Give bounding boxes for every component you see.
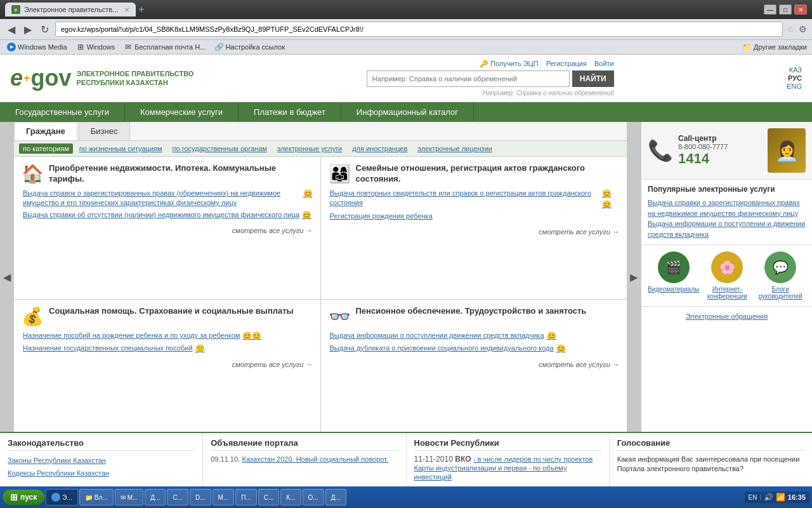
footer-codes-link[interactable]: Кодексы Республики Казахстан [8, 467, 195, 480]
forward-button[interactable]: ▶ [22, 22, 34, 37]
logo-e: e [10, 65, 23, 91]
service-cell-pension: 👓 Пенсионное обеспечение. Трудоустройств… [321, 300, 627, 432]
taskbar-item-10[interactable]: О... [303, 489, 324, 505]
maximize-button[interactable]: □ [779, 4, 792, 15]
lang-rus[interactable]: РУС [788, 74, 802, 82]
sub-tab-electronic-services[interactable]: электронные услуги [273, 144, 346, 154]
tab-business[interactable]: Бизнес [79, 122, 130, 140]
carousel-left-arrow[interactable]: ◀ [0, 122, 14, 432]
sub-tab-foreigners[interactable]: для иностранцев [348, 144, 411, 154]
electronic-appeals-link[interactable]: Электронные обращения [686, 312, 768, 320]
service-header-social: 💰 Социальная помощь. Страхование и социа… [22, 306, 313, 327]
internet-conferences-item[interactable]: 🌸 Интернет-конференции [699, 251, 755, 300]
nav-info-catalog[interactable]: Информационный каталог [341, 102, 474, 122]
browser-tab[interactable]: e Электронное правительств... ✕ [5, 3, 136, 17]
back-button[interactable]: ◀ [5, 22, 18, 37]
electronic-appeals: Электронные обращения [641, 307, 812, 326]
video-materials-label: Видеоматериалы [648, 286, 699, 293]
nav-state-services[interactable]: Государственные услуги [0, 102, 125, 122]
taskbar-item-6[interactable]: М... [213, 489, 235, 505]
popular-link-1[interactable]: Выдача справки о зарегистрированных прав… [648, 197, 806, 218]
real-estate-link-2[interactable]: Выдача справки об отсутствии (наличии) н… [23, 210, 313, 221]
taskbar-item-8[interactable]: С... [258, 489, 280, 505]
register-link[interactable]: Регистрация [546, 60, 587, 68]
start-icon: ⊞ [10, 492, 18, 502]
sub-tab-electronic-licenses[interactable]: электронные лицензии [414, 144, 496, 154]
nav-commercial-services[interactable]: Коммерческие услуги [125, 102, 239, 122]
footer-announcement-link[interactable]: Казахстан 2020. Новый социальный поворот… [242, 455, 388, 463]
new-tab-button[interactable]: + [138, 4, 144, 15]
search-input[interactable] [367, 70, 570, 87]
footer-legislation: Законодательство Законы Республики Казах… [0, 433, 203, 486]
social-link-2[interactable]: Назначение государственных специальных п… [23, 344, 313, 354]
bookmark-windows-media[interactable]: ▶ Windows Media [5, 42, 69, 52]
bookmarks-bar: ▶ Windows Media ⊞ Windows ✉ Бесплатная п… [0, 40, 812, 55]
browser-taskbar-icon [51, 493, 60, 502]
call-center-number: 1414 [678, 150, 763, 167]
taskbar-item-mail[interactable]: ✉ М... [115, 489, 144, 505]
family-link-2[interactable]: Регистрация рождения ребенка [330, 211, 620, 221]
bookmark-windows[interactable]: ⊞ Windows [74, 42, 117, 52]
bookmarks-other[interactable]: 📁 Другие закладки [742, 43, 807, 51]
real-estate-see-all[interactable]: смотреть все услуги → [22, 224, 313, 237]
bookmark-mail[interactable]: ✉ Бесплатная почта Н... [122, 42, 207, 52]
lang-eng[interactable]: ENG [787, 83, 802, 90]
tray-sound-icon: 🔊 [764, 493, 773, 502]
nav-budget-payments[interactable]: Платежи в бюджет [239, 102, 341, 122]
close-button[interactable]: ✕ [794, 4, 807, 15]
tab-close-icon[interactable]: ✕ [124, 6, 129, 13]
taskbar-item-folder[interactable]: 📁 Вл... [79, 489, 114, 505]
footer-news-date: 11-11-2010 [414, 455, 453, 464]
search-button[interactable]: НАЙТИ [572, 70, 614, 87]
pension-link-1[interactable]: Выдача информации о поступлении движении… [330, 331, 620, 342]
family-see-all[interactable]: смотреть все услуги → [329, 225, 620, 238]
taskbar-item-browser[interactable]: Э... [46, 489, 78, 505]
taskbar-item-9[interactable]: К... [280, 489, 301, 505]
browser-frame: e Электронное правительств... ✕ + — □ ✕ … [0, 0, 812, 508]
get-ecp-link[interactable]: 🔑 Получить ЭЦП [480, 60, 538, 68]
bookmark-star-icon[interactable]: ☆ [787, 24, 795, 34]
taskbar-item-3[interactable]: Д... [145, 489, 166, 505]
main-navigation: Государственные услуги Коммерческие услу… [0, 102, 812, 122]
taskbar-item-11[interactable]: Д... [325, 489, 346, 505]
popular-link-2[interactable]: Выдача информации о поступлении и движен… [648, 218, 806, 239]
pension-links: Выдача информации о поступлении движении… [329, 331, 620, 354]
taskbar-item-4[interactable]: С... [167, 489, 188, 505]
mail-icon: ✉ [124, 43, 133, 51]
tab-citizens[interactable]: Граждане [14, 122, 77, 140]
title-bar-left: e Электронное правительств... ✕ + [5, 3, 145, 17]
call-center-operator-image: 👩‍💼 [768, 128, 806, 173]
social-link-1[interactable]: Назначение пособий на рождение ребенка и… [23, 331, 313, 342]
footer-laws-link[interactable]: Законы Республики Казахстан [8, 455, 195, 467]
tray-lang[interactable]: EN [749, 494, 757, 501]
sub-tab-state-bodies[interactable]: по государственным органам [169, 144, 271, 154]
wrench-icon[interactable]: ⚙ [799, 24, 807, 34]
minimize-button[interactable]: — [764, 4, 776, 15]
start-button[interactable]: ⊞ пуск [3, 490, 44, 505]
service-header-real-estate: 🏠 Приобретение недвижимости. Ипотека. Ко… [22, 163, 313, 185]
title-bar: e Электронное правительств... ✕ + — □ ✕ [0, 0, 812, 19]
service-cell-social: 💰 Социальная помощь. Страхование и социа… [14, 300, 320, 432]
video-materials-item[interactable]: 🎬 Видеоматериалы [648, 251, 699, 300]
call-center-box: 📞 Call-центр 8-800-080-7777 1414 👩‍💼 [641, 122, 812, 180]
pension-link-2[interactable]: Выдача дубликата о присвоении социальног… [330, 344, 620, 354]
real-estate-link-1[interactable]: Выдача справок о зарегистрированных прав… [23, 189, 313, 208]
sub-tab-life-situations[interactable]: по жизненным ситуациям [75, 144, 166, 154]
bookmark-windows-label: Windows [87, 43, 115, 51]
logo-text: ЭЛЕКТРОННОЕ ПРАВИТЕЛЬСТВО РЕСПУБЛИКИ КАЗ… [77, 69, 194, 88]
pension-see-all[interactable]: смотреть все услуги → [329, 358, 620, 371]
bookmark-settings[interactable]: 🔗 Настройка ссылок [213, 42, 287, 52]
carousel-right-arrow[interactable]: ▶ [627, 122, 641, 432]
lang-kaz[interactable]: КАЗ [789, 66, 802, 74]
video-icon: 🎬 [658, 251, 690, 283]
login-link[interactable]: Войти [594, 60, 614, 68]
social-see-all[interactable]: смотреть все услуги → [22, 358, 313, 371]
address-bar[interactable] [55, 22, 783, 37]
windows-media-icon: ▶ [7, 43, 16, 51]
taskbar-item-5[interactable]: D... [190, 489, 211, 505]
family-link-1[interactable]: Выдача повторных свидетельств или справо… [330, 189, 620, 210]
reload-button[interactable]: ↻ [38, 22, 51, 37]
blogs-item[interactable]: 💬 Блоги руководителей [755, 251, 806, 300]
sub-tab-categories[interactable]: по категориям [19, 144, 73, 154]
taskbar-item-7[interactable]: П... [235, 489, 257, 505]
